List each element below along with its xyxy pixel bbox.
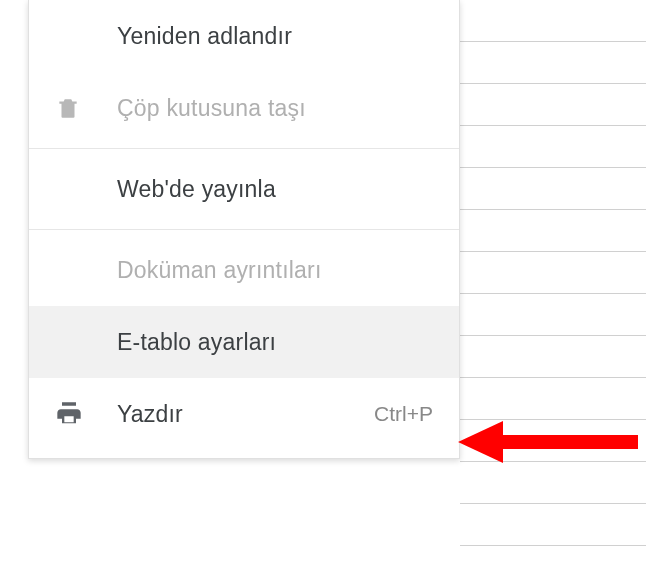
menu-item-rename[interactable]: Yeniden adlandır [29, 0, 459, 72]
menu-item-label: Çöp kutusuna taşı [117, 95, 433, 122]
context-menu: Yeniden adlandır Çöp kutusuna taşı Web'd… [28, 0, 460, 459]
menu-item-label: Doküman ayrıntıları [117, 257, 433, 284]
menu-item-spreadsheet-settings[interactable]: E-tablo ayarları [29, 306, 459, 378]
trash-icon [55, 95, 117, 121]
menu-item-print[interactable]: Yazdır Ctrl+P [29, 378, 459, 450]
menu-separator [29, 229, 459, 230]
menu-item-label: Yeniden adlandır [117, 23, 433, 50]
menu-item-label: E-tablo ayarları [117, 329, 433, 356]
spreadsheet-background [460, 0, 646, 583]
menu-separator [29, 148, 459, 149]
menu-item-label: Yazdır [117, 401, 374, 428]
menu-item-move-to-trash: Çöp kutusuna taşı [29, 72, 459, 144]
menu-item-publish-web[interactable]: Web'de yayınla [29, 153, 459, 225]
menu-item-label: Web'de yayınla [117, 176, 433, 203]
menu-item-shortcut: Ctrl+P [374, 402, 433, 426]
menu-item-document-details: Doküman ayrıntıları [29, 234, 459, 306]
print-icon [55, 400, 117, 428]
